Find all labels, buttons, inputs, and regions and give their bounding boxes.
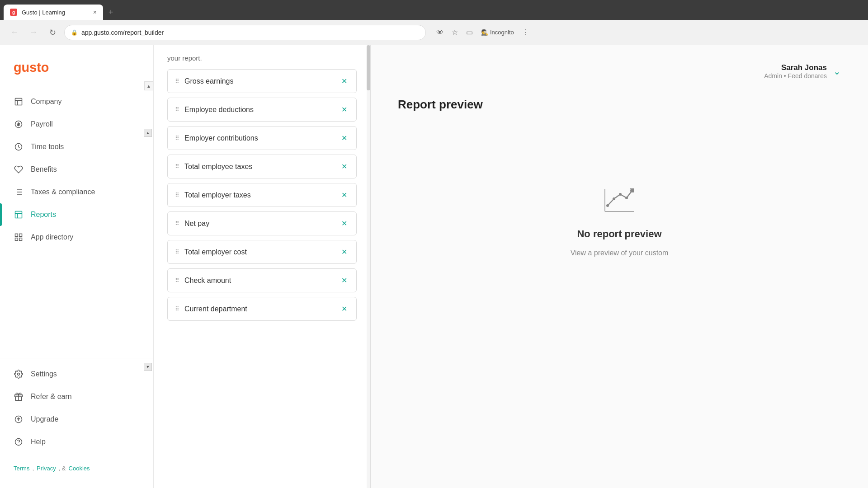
sidebar-item-payroll[interactable]: Payroll <box>0 113 153 136</box>
drag-handle-icon: ⠿ <box>175 305 179 312</box>
reload-button[interactable]: ↻ <box>45 25 60 40</box>
sidebar-item-help[interactable]: Help <box>0 431 153 453</box>
incognito-button[interactable]: 🕵 Incognito <box>479 27 516 38</box>
remove-total-employer-cost-button[interactable]: ✕ <box>340 247 349 257</box>
browser-chrome: g Gusto | Learning × + ← → ↻ 🔒 app.gusto… <box>0 0 868 45</box>
sidebar-item-taxes[interactable]: Taxes & compliance <box>0 181 153 203</box>
svg-rect-13 <box>15 211 22 218</box>
report-item-label: Total employee taxes <box>184 163 252 171</box>
sidebar-scroll-down[interactable]: ▼ <box>144 363 152 371</box>
report-item-employee-deductions[interactable]: ⠿ Employee deductions ✕ <box>167 98 357 122</box>
preview-empty-state: No report preview View a preview of your… <box>398 130 841 310</box>
preview-chart-icon <box>601 183 637 219</box>
sidebar-item-upgrade-label: Upgrade <box>31 415 58 423</box>
sidebar-item-reports[interactable]: Reports <box>0 203 153 226</box>
report-item-label: Current department <box>184 305 247 313</box>
terms-link[interactable]: Terms <box>14 465 29 472</box>
report-items-list: ⠿ Gross earnings ✕ ⠿ Employee deductions… <box>154 69 370 488</box>
sidebar-item-app-directory[interactable]: App directory <box>0 226 153 249</box>
user-name: Sarah Jonas <box>764 63 827 72</box>
drag-handle-icon: ⠿ <box>175 192 179 198</box>
report-item-employer-contributions[interactable]: ⠿ Employer contributions ✕ <box>167 126 357 150</box>
user-controls: Sarah Jonas Admin • Feed donares ⌄ <box>764 63 841 80</box>
app-container: gusto ▲ Company <box>0 45 868 488</box>
address-bar[interactable]: 🔒 app.gusto.com/report_builder <box>64 25 426 40</box>
sidebar-item-payroll-label: Payroll <box>31 120 53 128</box>
privacy-link[interactable]: Privacy <box>37 465 56 472</box>
extensions-button[interactable]: 👁 <box>434 26 446 39</box>
report-item-gross-earnings[interactable]: ⠿ Gross earnings ✕ <box>167 69 357 93</box>
remove-net-pay-button[interactable]: ✕ <box>340 218 349 229</box>
sidebar-scroll-up[interactable]: ▲ <box>144 129 152 137</box>
report-item-net-pay[interactable]: ⠿ Net pay ✕ <box>167 211 357 235</box>
browser-nav: ← → ↻ 🔒 app.gusto.com/report_builder 👁 ☆… <box>0 20 868 45</box>
preview-panel: Sarah Jonas Admin • Feed donares ⌄ Repor… <box>371 45 868 488</box>
logo[interactable]: gusto <box>0 54 153 90</box>
remove-check-amount-button[interactable]: ✕ <box>340 275 349 286</box>
gusto-logo-svg: gusto <box>14 59 50 75</box>
report-item-total-employer-taxes[interactable]: ⠿ Total employer taxes ✕ <box>167 183 357 207</box>
main-nav: Company Payroll Time tools <box>0 90 153 344</box>
report-item-label: Total employer cost <box>184 248 247 256</box>
report-item-label: Total employer taxes <box>184 191 251 199</box>
report-item-left: ⠿ Current department <box>175 305 247 313</box>
drag-handle-icon: ⠿ <box>175 249 179 255</box>
report-item-current-department[interactable]: ⠿ Current department ✕ <box>167 297 357 321</box>
remove-total-employee-taxes-button[interactable]: ✕ <box>340 161 349 172</box>
scroll-up-button[interactable]: ▲ <box>144 81 153 90</box>
list-icon <box>14 187 24 197</box>
svg-point-29 <box>606 204 609 207</box>
preview-empty-desc: View a preview of your custom <box>571 249 669 257</box>
svg-point-32 <box>625 197 628 199</box>
sidebar-item-upgrade[interactable]: Upgrade <box>0 408 153 431</box>
incognito-icon: 🕵 <box>481 29 488 36</box>
user-chevron-icon[interactable]: ⌄ <box>833 66 841 77</box>
drag-handle-icon: ⠿ <box>175 135 179 141</box>
panel-scrollbar-thumb[interactable] <box>367 45 370 90</box>
svg-point-25 <box>15 439 22 446</box>
menu-button[interactable]: ⋮ <box>520 26 532 39</box>
forward-button[interactable]: → <box>26 25 41 40</box>
tab-close-button[interactable]: × <box>93 9 97 16</box>
heart-icon <box>14 164 24 174</box>
remove-current-department-button[interactable]: ✕ <box>340 304 349 314</box>
sidebar-scroll-indicator: ▲ ▼ <box>144 129 152 371</box>
sidebar-item-benefits[interactable]: Benefits <box>0 158 153 181</box>
address-text: app.gusto.com/report_builder <box>81 29 164 36</box>
help-icon <box>14 437 24 447</box>
sidebar-item-settings[interactable]: Settings <box>0 363 153 385</box>
cookies-link[interactable]: Cookies <box>69 465 90 472</box>
remove-total-employer-taxes-button[interactable]: ✕ <box>340 190 349 200</box>
report-item-left: ⠿ Employer contributions <box>175 134 258 142</box>
sidebar-item-benefits-label: Benefits <box>31 165 57 174</box>
drag-handle-icon: ⠿ <box>175 277 179 284</box>
report-item-label: Employee deductions <box>184 106 254 114</box>
report-item-check-amount[interactable]: ⠿ Check amount ✕ <box>167 268 357 292</box>
browser-tabs: g Gusto | Learning × + <box>0 0 868 20</box>
tab-title: Gusto | Learning <box>22 9 89 16</box>
user-role: Admin • Feed donares <box>764 72 827 80</box>
remove-employee-deductions-button[interactable]: ✕ <box>340 104 349 115</box>
panel-scrollbar-track <box>367 45 370 488</box>
sidebar-item-time-tools[interactable]: Time tools <box>0 136 153 158</box>
sidebar-item-taxes-label: Taxes & compliance <box>31 188 95 196</box>
sidebar-item-time-tools-label: Time tools <box>31 143 64 151</box>
new-tab-button[interactable]: + <box>103 5 119 20</box>
remove-employer-contributions-button[interactable]: ✕ <box>340 133 349 143</box>
profile-button[interactable]: ▭ <box>464 26 475 39</box>
report-item-total-employee-taxes[interactable]: ⠿ Total employee taxes ✕ <box>167 155 357 178</box>
report-item-total-employer-cost[interactable]: ⠿ Total employer cost ✕ <box>167 240 357 264</box>
remove-gross-earnings-button[interactable]: ✕ <box>340 76 349 86</box>
bookmark-button[interactable]: ☆ <box>449 26 460 39</box>
back-button[interactable]: ← <box>7 25 22 40</box>
drag-handle-icon: ⠿ <box>175 163 179 170</box>
sidebar-footer: Terms, Privacy, & Cookies <box>0 458 153 479</box>
report-item-label: Employer contributions <box>184 134 258 142</box>
report-item-left: ⠿ Employee deductions <box>175 106 254 114</box>
active-tab[interactable]: g Gusto | Learning × <box>4 5 103 20</box>
tab-favicon: g <box>10 9 17 16</box>
sidebar-item-company[interactable]: Company <box>0 90 153 113</box>
address-lock-icon: 🔒 <box>71 29 78 36</box>
sidebar-item-refer[interactable]: Refer & earn <box>0 385 153 408</box>
gift-icon <box>14 392 24 402</box>
